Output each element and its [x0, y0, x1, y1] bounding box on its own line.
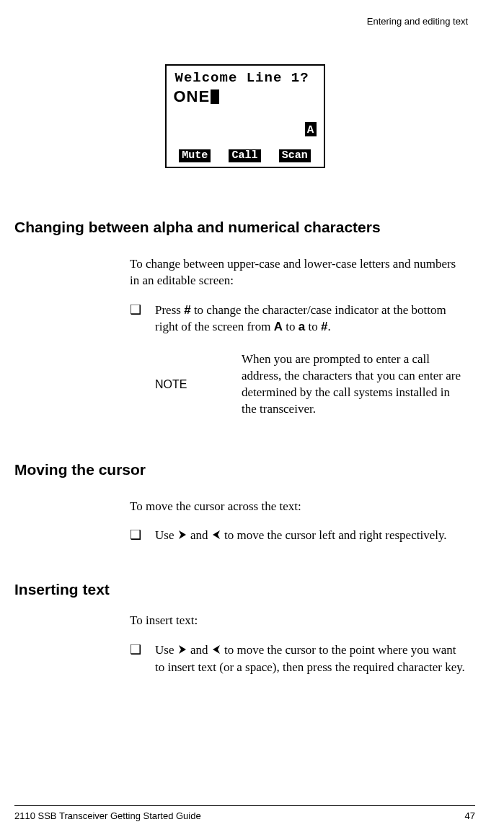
lcd-title: Welcome Line 1? — [175, 70, 309, 86]
heading-moving-cursor: Moving the cursor — [14, 461, 475, 478]
t: Use — [155, 528, 177, 542]
section3-intro: To insert text: — [130, 613, 468, 629]
note-body: When you are prompted to enter a call ad… — [242, 351, 461, 418]
lcd-entry-line: ONE — [174, 87, 220, 106]
t: Press — [155, 303, 184, 317]
bullet-icon: ❑ — [130, 642, 155, 676]
section2-intro: To move the cursor across the text: — [130, 499, 468, 515]
mode-lower-a: a — [299, 320, 305, 333]
bullet-icon: ❑ — [130, 528, 155, 545]
section3-step: ❑ Use and to move the cursor to the poin… — [130, 642, 468, 676]
t: to — [283, 320, 299, 333]
hash-key: # — [184, 303, 190, 317]
note-row: NOTE When you are prompted to enter a ca… — [155, 351, 461, 418]
page: Entering and editing text Welcome Line 1… — [0, 0, 504, 840]
arrow-left-icon — [211, 528, 221, 545]
t: to move the cursor left and right respec… — [221, 528, 447, 542]
softkey-call: Call — [229, 149, 260, 162]
softkey-scan: Scan — [279, 149, 311, 162]
section2-step-text: Use and to move the cursor left and righ… — [155, 528, 468, 545]
section3-step-text: Use and to move the cursor to the point … — [155, 642, 468, 676]
section1-step: ❑ Press # to change the character/case i… — [130, 302, 468, 336]
t: Use — [155, 643, 177, 657]
cursor-block-icon — [211, 89, 219, 104]
arrow-right-icon — [177, 643, 187, 660]
svg-marker-0 — [179, 530, 186, 539]
section1-intro: To change between upper-case and lower-c… — [130, 256, 468, 289]
svg-marker-2 — [179, 645, 186, 654]
bullet-icon: ❑ — [130, 302, 155, 336]
footer-title: 2110 SSB Transceiver Getting Started Gui… — [14, 810, 201, 821]
heading-changing-characters: Changing between alpha and numerical cha… — [14, 219, 475, 236]
footer-page-number: 47 — [465, 810, 475, 821]
lcd-screen: Welcome Line 1? ONE A Mute Call Scan — [165, 64, 325, 168]
t: . — [327, 320, 330, 333]
arrow-left-icon — [211, 643, 221, 660]
t: to — [305, 320, 321, 333]
softkey-mute: Mute — [179, 149, 211, 162]
arrow-right-icon — [177, 528, 187, 545]
heading-inserting-text: Inserting text — [14, 581, 475, 598]
note-label: NOTE — [155, 378, 227, 391]
page-footer: 2110 SSB Transceiver Getting Started Gui… — [14, 805, 475, 821]
lcd-figure: Welcome Line 1? ONE A Mute Call Scan — [165, 64, 325, 168]
lcd-softkey-row: Mute Call Scan — [167, 149, 324, 162]
section2-step: ❑ Use and to move the cursor left and ri… — [130, 528, 468, 545]
svg-marker-1 — [213, 530, 220, 539]
lcd-entry-text: ONE — [174, 87, 211, 106]
lcd-mode-indicator: A — [305, 122, 317, 136]
t: and — [187, 528, 211, 542]
svg-marker-3 — [213, 645, 220, 654]
section1-step-text: Press # to change the character/case ind… — [155, 302, 468, 336]
mode-upper-a: A — [274, 320, 283, 333]
running-head: Entering and editing text — [14, 16, 468, 27]
t: and — [187, 643, 211, 657]
